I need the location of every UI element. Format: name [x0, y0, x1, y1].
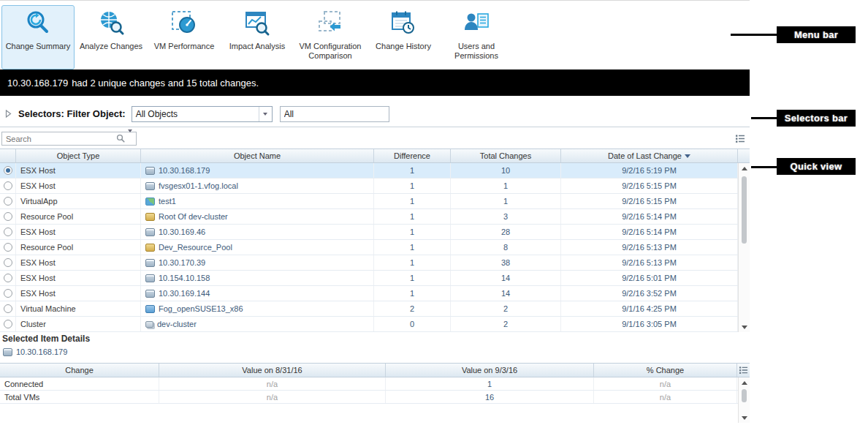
search-input[interactable] — [2, 133, 116, 144]
date-cell: 9/2/16 5:19 PM — [561, 163, 738, 178]
table-row[interactable]: ESX Host 10.30.168.179 1 10 9/2/16 5:19 … — [0, 163, 750, 178]
page: Change Summary Analyze Changes — [0, 0, 868, 425]
total-changes-cell: 3 — [451, 209, 561, 224]
row-radio[interactable] — [4, 197, 12, 206]
change-cell: Total VMs — [0, 391, 159, 403]
esx-host-icon — [3, 348, 12, 356]
column-header-object-name[interactable]: Object Name — [141, 149, 374, 162]
table-row[interactable]: Resource Pool Dev_Resource_Pool 1 8 9/2/… — [0, 240, 750, 255]
chevron-down-icon[interactable] — [259, 107, 272, 121]
table-row[interactable]: Virtual Machine Fog_openSUSE13_x86 2 2 9… — [0, 301, 750, 317]
difference-cell: 1 — [374, 163, 451, 178]
details-scrollbar[interactable] — [738, 377, 750, 423]
column-header-value-after[interactable]: Value on 9/3/16 — [386, 364, 594, 377]
row-radio[interactable] — [4, 166, 12, 175]
menu-item-impact-analysis[interactable]: Impact Analysis — [221, 5, 294, 69]
menu-item-label: Change Summary — [6, 42, 71, 51]
menu-item-analyze-changes[interactable]: Analyze Changes — [75, 5, 148, 69]
search-box — [1, 132, 137, 146]
search-options-chevron-icon[interactable] — [128, 132, 132, 146]
vm-performance-icon — [170, 9, 198, 40]
table-row[interactable]: ESX Host 10.30.170.39 1 38 9/2/16 5:13 P… — [0, 255, 750, 271]
details-row[interactable]: Connected n/a 1 n/a — [0, 377, 750, 391]
object-type-cell: ESX Host — [16, 163, 141, 178]
row-radio[interactable] — [4, 181, 12, 190]
difference-cell: 1 — [374, 271, 451, 285]
difference-cell: 1 — [374, 255, 451, 270]
scroll-up-icon[interactable] — [739, 163, 750, 173]
menu-item-users-and-permissions[interactable]: Users and Permissions — [440, 5, 513, 69]
column-header-date-of-last-change[interactable]: Date of Last Change — [561, 149, 738, 162]
table-row[interactable]: ESX Host fvsgesx01-1.vfog.local 1 1 9/2/… — [0, 178, 750, 194]
pct-change-cell: n/a — [594, 391, 737, 403]
table-row[interactable]: Cluster dev-cluster 0 2 9/1/16 3:05 PM — [0, 317, 750, 332]
table-row[interactable]: ESX Host 10.154.10.158 1 14 9/2/16 5:01 … — [0, 271, 750, 286]
menu-bar-callout: Menu bar — [777, 26, 856, 43]
difference-cell: 1 — [374, 209, 451, 224]
scroll-thumb[interactable] — [742, 176, 747, 244]
scroll-track[interactable] — [739, 388, 750, 413]
date-cell: 9/2/16 3:52 PM — [561, 286, 738, 301]
date-cell: 9/2/16 5:14 PM — [561, 209, 738, 224]
scroll-down-icon[interactable] — [739, 322, 750, 332]
menu-item-vm-performance[interactable]: VM Performance — [148, 5, 221, 69]
date-cell: 9/2/16 5:15 PM — [561, 178, 738, 193]
users-and-permissions-icon — [462, 9, 490, 40]
header-filler — [738, 149, 750, 162]
column-header-difference[interactable]: Difference — [374, 149, 451, 162]
row-radio[interactable] — [4, 258, 12, 267]
details-body: Connected n/a 1 n/a Total VMs n/a 16 n/a — [0, 377, 750, 423]
object-filter-input[interactable] — [280, 106, 389, 122]
difference-cell: 1 — [374, 225, 451, 239]
menu-item-change-summary[interactable]: Change Summary — [1, 5, 75, 69]
object-name-cell: 10.30.168.179 — [141, 163, 374, 178]
object-type-cell: VirtualApp — [16, 194, 141, 208]
column-header-total-changes[interactable]: Total Changes — [451, 149, 561, 162]
object-type-cell: Resource Pool — [16, 209, 141, 224]
object-type-dropdown[interactable]: All Objects — [132, 106, 273, 122]
object-name-text: Root Of dev-cluster — [159, 212, 228, 221]
details-table: Change Value on 8/31/16 Value on 9/3/16 … — [0, 363, 750, 423]
column-header-change[interactable]: Change — [0, 364, 159, 377]
search-icon[interactable] — [116, 132, 125, 146]
banner-host: 10.30.168.179 — [7, 78, 68, 89]
table-row[interactable]: Resource Pool Root Of dev-cluster 1 3 9/… — [0, 209, 750, 225]
menu-item-vm-configuration-comparison[interactable]: VM Configuration Comparison — [294, 5, 367, 69]
scroll-up-icon[interactable] — [739, 377, 750, 388]
table-row[interactable]: VirtualApp test1 1 1 9/2/16 5:15 PM — [0, 194, 750, 209]
row-radio[interactable] — [4, 320, 12, 328]
scroll-down-icon[interactable] — [739, 413, 750, 423]
change-summary-icon — [24, 9, 52, 40]
column-header-value-before[interactable]: Value on 8/31/16 — [159, 364, 386, 377]
scroll-track[interactable] — [739, 173, 750, 322]
object-type-cell: ESX Host — [16, 286, 141, 301]
menu-item-change-history[interactable]: Change History — [367, 5, 440, 69]
row-radio[interactable] — [4, 274, 12, 282]
date-cell: 9/2/16 5:13 PM — [561, 255, 738, 270]
esx-host-icon — [145, 228, 155, 236]
expander-icon[interactable] — [5, 110, 12, 118]
column-chooser-icon[interactable] — [735, 133, 745, 146]
row-radio[interactable] — [4, 227, 12, 236]
change-history-icon — [389, 9, 417, 40]
row-radio[interactable] — [4, 289, 12, 298]
scroll-thumb[interactable] — [742, 389, 747, 402]
difference-cell: 1 — [374, 178, 451, 193]
pct-change-cell: n/a — [594, 377, 737, 390]
object-name-text: 10.30.170.39 — [159, 258, 205, 267]
table-row[interactable]: ESX Host 10.30.169.46 1 28 9/2/16 5:14 P… — [0, 225, 750, 240]
row-radio[interactable] — [4, 212, 12, 221]
row-radio[interactable] — [4, 243, 12, 252]
quick-view-scrollbar[interactable] — [738, 163, 750, 332]
object-type-cell: ESX Host — [16, 178, 141, 193]
details-row[interactable]: Total VMs n/a 16 n/a — [0, 391, 750, 404]
selected-item: 10.30.168.179 — [3, 347, 67, 356]
column-header-object-type[interactable]: Object Type — [16, 149, 141, 162]
details-column-chooser-icon[interactable] — [737, 364, 749, 377]
column-header-pct-change[interactable]: % Change — [594, 364, 737, 377]
total-changes-cell: 8 — [451, 240, 561, 255]
table-row[interactable]: ESX Host 10.30.169.144 1 14 9/2/16 3:52 … — [0, 286, 750, 301]
date-cell: 9/1/16 4:25 PM — [561, 301, 738, 316]
row-radio[interactable] — [4, 304, 12, 313]
total-changes-cell: 2 — [451, 317, 561, 331]
